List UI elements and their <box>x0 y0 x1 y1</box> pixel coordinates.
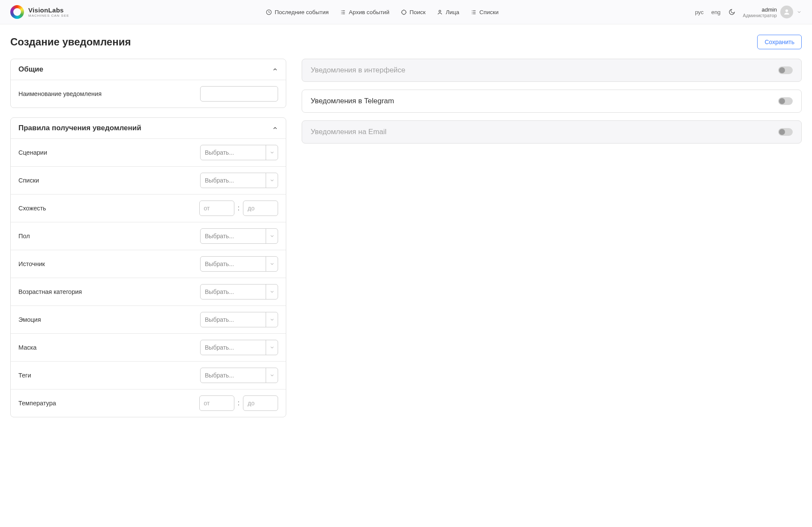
range-separator: : <box>238 204 240 212</box>
svg-point-2 <box>439 10 440 12</box>
temperature-to-input[interactable] <box>243 395 278 411</box>
app-header: VisionLabs MACHINES CAN SEE Последние со… <box>0 0 812 24</box>
mask-select[interactable]: Выбрать... <box>200 340 278 355</box>
nav-label: Поиск <box>410 9 425 15</box>
similarity-from-input[interactable] <box>199 201 234 216</box>
user-text: admin Администратор <box>743 6 777 18</box>
temperature-range: : <box>199 395 278 411</box>
age-select[interactable]: Выбрать... <box>200 284 278 299</box>
emotion-select[interactable]: Выбрать... <box>200 312 278 327</box>
page-header: Создание уведомления Сохранить <box>10 35 802 49</box>
notification-name-input[interactable] <box>200 86 278 102</box>
lists-select[interactable]: Выбрать... <box>200 173 278 188</box>
chevron-down-icon <box>266 368 278 383</box>
label-lists: Списки <box>18 177 39 184</box>
panel-general: Общие Наименование уведомления <box>10 59 286 108</box>
tags-select[interactable]: Выбрать... <box>200 368 278 383</box>
scenarios-select[interactable]: Выбрать... <box>200 145 278 160</box>
moon-icon[interactable] <box>728 9 735 15</box>
label-mask: Маска <box>18 344 36 351</box>
label-notification-name: Наименование уведомления <box>18 90 102 97</box>
panel-general-header[interactable]: Общие <box>11 59 286 80</box>
save-button[interactable]: Сохранить <box>757 35 802 49</box>
svg-point-1 <box>402 10 406 14</box>
panel-rules: Правила получения уведомлений Сценарии В… <box>10 117 286 417</box>
select-placeholder: Выбрать... <box>201 149 266 156</box>
logo-icon <box>10 5 24 19</box>
label-scenarios: Сценарии <box>18 149 47 156</box>
user-role: Администратор <box>743 13 777 18</box>
channel-telegram-toggle[interactable] <box>778 97 793 105</box>
select-placeholder: Выбрать... <box>201 344 266 351</box>
select-placeholder: Выбрать... <box>201 233 266 240</box>
channel-email-title: Уведомления на Email <box>311 128 387 136</box>
row-source: Источник Выбрать... <box>11 250 286 278</box>
nav-label: Последние события <box>275 9 329 15</box>
panel-title: Общие <box>18 65 43 74</box>
label-age: Возрастная категория <box>18 288 82 295</box>
nav-faces[interactable]: Лица <box>437 9 459 15</box>
nav-label: Архив событий <box>349 9 390 15</box>
row-mask: Маска Выбрать... <box>11 333 286 361</box>
select-placeholder: Выбрать... <box>201 372 266 379</box>
nav-lists[interactable]: Списки <box>470 9 499 15</box>
right-column: Уведомления в интерфейсе Уведомления в T… <box>302 59 802 427</box>
select-placeholder: Выбрать... <box>201 177 266 184</box>
chevron-down-icon <box>266 257 278 271</box>
brand-name: VisionLabs <box>28 6 69 14</box>
chevron-down-icon <box>797 9 802 15</box>
page-title: Создание уведомления <box>10 36 131 48</box>
row-gender: Пол Выбрать... <box>11 222 286 250</box>
select-placeholder: Выбрать... <box>201 316 266 323</box>
channel-ui-toggle[interactable] <box>778 66 793 74</box>
target-icon <box>401 9 407 15</box>
brand-text: VisionLabs MACHINES CAN SEE <box>28 6 69 18</box>
lang-eng[interactable]: eng <box>711 9 721 15</box>
list-icon <box>470 9 477 15</box>
main-nav: Последние события Архив событий Поиск Ли… <box>266 9 499 15</box>
label-similarity: Схожесть <box>18 205 46 212</box>
list-icon <box>340 9 346 15</box>
panel-rules-header[interactable]: Правила получения уведомлений <box>11 118 286 138</box>
left-column: Общие Наименование уведомления Правила п… <box>10 59 286 427</box>
channel-ui-card[interactable]: Уведомления в интерфейсе <box>302 59 802 82</box>
row-emotion: Эмоция Выбрать... <box>11 305 286 333</box>
channel-email-toggle[interactable] <box>778 128 793 136</box>
temperature-from-input[interactable] <box>199 395 234 411</box>
nav-recent-events[interactable]: Последние события <box>266 9 329 15</box>
header-right: рус eng admin Администратор <box>695 6 802 18</box>
gender-select[interactable]: Выбрать... <box>200 228 278 244</box>
row-tags: Теги Выбрать... <box>11 361 286 389</box>
user-menu[interactable]: admin Администратор <box>743 6 802 18</box>
lang-rus[interactable]: рус <box>695 9 704 15</box>
page: Создание уведомления Сохранить Общие Наи… <box>0 24 812 437</box>
channel-email-card[interactable]: Уведомления на Email <box>302 120 802 144</box>
columns: Общие Наименование уведомления Правила п… <box>10 59 802 427</box>
brand-tagline: MACHINES CAN SEE <box>28 14 69 18</box>
chevron-up-icon <box>272 125 278 131</box>
source-select[interactable]: Выбрать... <box>200 256 278 272</box>
brand-block: VisionLabs MACHINES CAN SEE <box>10 5 69 19</box>
chevron-down-icon <box>266 312 278 327</box>
person-icon <box>437 9 443 15</box>
row-notification-name: Наименование уведомления <box>11 80 286 108</box>
chevron-down-icon <box>266 173 278 188</box>
nav-label: Списки <box>479 9 499 15</box>
select-placeholder: Выбрать... <box>201 261 266 267</box>
row-scenarios: Сценарии Выбрать... <box>11 138 286 166</box>
nav-search[interactable]: Поиск <box>401 9 425 15</box>
label-gender: Пол <box>18 233 30 240</box>
label-tags: Теги <box>18 372 31 379</box>
channel-ui-title: Уведомления в интерфейсе <box>311 66 405 75</box>
chevron-down-icon <box>266 284 278 299</box>
user-name: admin <box>762 6 777 13</box>
row-age: Возрастная категория Выбрать... <box>11 278 286 305</box>
channel-telegram-title: Уведомления в Telegram <box>311 97 394 105</box>
chevron-up-icon <box>272 66 278 72</box>
channel-telegram-card[interactable]: Уведомления в Telegram <box>302 90 802 113</box>
similarity-to-input[interactable] <box>243 201 278 216</box>
similarity-range: : <box>199 201 278 216</box>
svg-point-3 <box>785 9 788 12</box>
label-temperature: Температура <box>18 400 56 407</box>
nav-archive[interactable]: Архив событий <box>340 9 390 15</box>
